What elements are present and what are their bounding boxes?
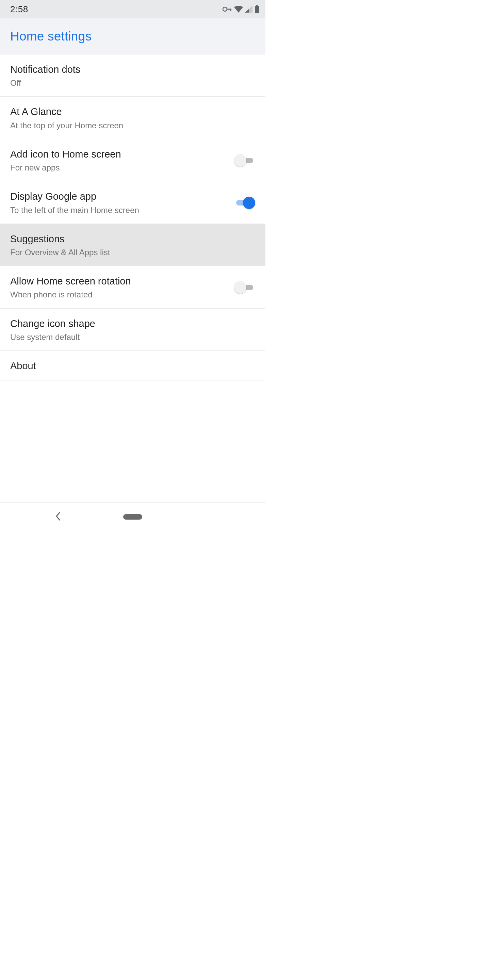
back-button[interactable]	[54, 511, 62, 523]
switch-google-app[interactable]	[234, 197, 255, 209]
row-about[interactable]: About	[0, 351, 266, 380]
navigation-bar	[0, 502, 266, 531]
row-title: Change icon shape	[10, 318, 255, 330]
row-subtitle: Off	[10, 78, 255, 88]
chevron-left-icon	[54, 511, 62, 521]
row-subtitle: For new apps	[10, 162, 226, 173]
svg-rect-3	[256, 5, 258, 6]
page-header: Home settings	[0, 18, 266, 54]
svg-rect-2	[231, 9, 231, 11]
row-rotation[interactable]: Allow Home screen rotation When phone is…	[0, 266, 266, 308]
row-add-icon[interactable]: Add icon to Home screen For new apps	[0, 139, 266, 181]
row-title: Allow Home screen rotation	[10, 275, 226, 287]
wifi-icon	[234, 6, 243, 13]
svg-point-0	[223, 7, 227, 11]
row-subtitle: For Overview & All Apps list	[10, 247, 255, 258]
row-subtitle: At the top of your Home screen	[10, 120, 255, 130]
row-title: At A Glance	[10, 105, 255, 118]
row-title: Notification dots	[10, 63, 255, 76]
row-title: Add icon to Home screen	[10, 148, 226, 160]
row-subtitle: Use system default	[10, 332, 255, 342]
empty-space	[0, 380, 266, 502]
row-at-a-glance[interactable]: At A Glance At the top of your Home scre…	[0, 97, 266, 139]
page-title: Home settings	[10, 29, 92, 43]
row-icon-shape[interactable]: Change icon shape Use system default	[0, 309, 266, 351]
row-subtitle: To the left of the main Home screen	[10, 205, 226, 215]
row-title: About	[10, 360, 255, 372]
status-time: 2:58	[10, 4, 28, 14]
row-subtitle: When phone is rotated	[10, 289, 226, 300]
status-bar: 2:58	[0, 0, 266, 18]
row-display-google-app[interactable]: Display Google app To the left of the ma…	[0, 181, 266, 224]
cell-signal-icon	[245, 6, 253, 13]
settings-list: Notification dots Off At A Glance At the…	[0, 54, 266, 380]
battery-icon	[255, 5, 259, 13]
svg-rect-4	[255, 6, 259, 13]
status-icons	[223, 5, 259, 13]
vpn-key-icon	[223, 6, 232, 12]
row-suggestions[interactable]: Suggestions For Overview & All Apps list	[0, 224, 266, 266]
switch-rotation[interactable]	[234, 282, 255, 294]
row-title: Suggestions	[10, 233, 255, 245]
row-title: Display Google app	[10, 190, 226, 202]
switch-add-icon[interactable]	[234, 154, 255, 167]
home-pill[interactable]	[123, 514, 142, 520]
row-notification-dots[interactable]: Notification dots Off	[0, 54, 266, 97]
